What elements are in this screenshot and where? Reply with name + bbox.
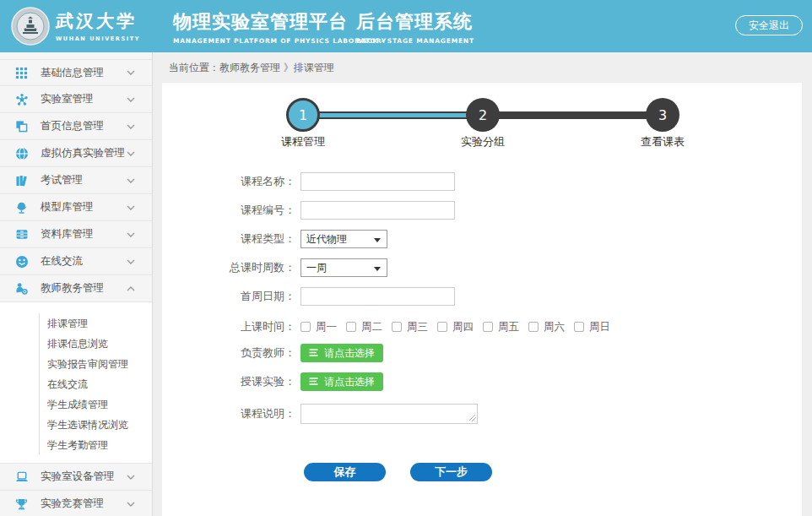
course-name-label: 课程名称：	[162, 174, 295, 189]
sidebar-item-homepage-info[interactable]: 首页信息管理	[0, 113, 152, 140]
laptop-icon	[14, 470, 29, 484]
sidebar-item-student-scores[interactable]: 学生成绩管理	[47, 394, 152, 415]
sidebar-item-basic-info[interactable]: 基础信息管理	[0, 59, 152, 86]
weekday-label: 周五	[498, 320, 519, 334]
sidebar-item-model-lib[interactable]: 模型库管理	[0, 194, 152, 221]
chevron-down-icon	[127, 259, 135, 264]
university-name-cn: 武汉大学	[55, 9, 142, 33]
sidebar-item-lab-mgmt[interactable]: 实验室管理	[0, 86, 152, 113]
sidebar-nav: 基础信息管理 实验室管理	[0, 52, 153, 516]
course-type-select[interactable]: 近代物理	[300, 230, 387, 248]
sidebar-item-lab-equipment[interactable]: 实验室设备管理	[0, 464, 152, 491]
weekday-checkbox-sat[interactable]	[528, 322, 539, 332]
class-time-label: 上课时间：	[162, 319, 295, 334]
sidebar-item-schedule-info[interactable]: 排课信息浏览	[47, 334, 152, 354]
course-description-textarea[interactable]	[300, 404, 478, 424]
form-row-course-type: 课程类型： 近代物理	[162, 230, 387, 248]
sidebar-item-report-review[interactable]: 实验报告审阅管理	[47, 354, 152, 374]
step-circle-2: 2	[466, 98, 500, 132]
experiment-label: 授课实验：	[162, 374, 295, 389]
sidebar-item-label: 首页信息管理	[41, 119, 104, 133]
sidebar-item-student-attendance[interactable]: 学生考勤管理	[47, 435, 152, 455]
weekday-label: 周三	[407, 320, 428, 334]
trophy-icon	[14, 497, 29, 511]
weekday-label: 周一	[316, 320, 337, 334]
form-row-teacher: 负责教师： 请点击选择	[162, 344, 383, 362]
sidebar-item-teacher-affairs[interactable]: 教师教务管理	[0, 275, 152, 302]
sidebar-item-virtual-sim[interactable]: 虚拟仿真实验管理	[0, 140, 152, 167]
form-row-course-name: 课程名称：	[162, 172, 455, 191]
logout-button[interactable]: 安全退出	[735, 15, 803, 35]
molecule-icon	[14, 92, 29, 106]
first-week-date-input[interactable]	[300, 287, 455, 306]
select-experiment-button[interactable]: 请点击选择	[300, 372, 383, 391]
teacher-icon	[14, 281, 29, 296]
course-type-label: 课程类型：	[162, 231, 295, 247]
chevron-down-icon	[127, 151, 135, 156]
system-title: 后台管理系统	[356, 9, 474, 35]
chevron-down-icon	[127, 475, 135, 480]
next-step-button[interactable]: 下一步	[410, 463, 492, 481]
course-name-input[interactable]	[300, 172, 455, 191]
step-circle-1: 1	[286, 98, 320, 132]
weekday-checkbox-wed[interactable]	[392, 322, 402, 332]
description-label: 课程说明：	[162, 406, 295, 421]
weekday-item: 周日	[574, 320, 610, 334]
sidebar-item-data-lib[interactable]: 资料库管理	[0, 221, 152, 248]
weekday-checkbox-sun[interactable]	[574, 322, 584, 332]
course-code-label: 课程编号：	[162, 203, 295, 218]
weeks-label: 总课时周数：	[162, 260, 295, 275]
university-name: 武汉大学 WUHAN UNIVERSITY	[56, 9, 140, 42]
weekday-item: 周五	[483, 320, 519, 334]
sidebar-item-label: 实验室管理	[41, 92, 94, 106]
sidebar-item-label: 实验竞赛管理	[41, 497, 104, 511]
resize-handle[interactable]	[469, 415, 476, 421]
chevron-down-icon	[127, 178, 135, 183]
weekday-label: 周二	[361, 320, 382, 334]
weekday-checkbox-thu[interactable]	[437, 322, 447, 332]
step-label-experiment-group: 实验分组	[432, 134, 533, 149]
sidebar-item-label: 虚拟仿真实验管理	[41, 146, 125, 160]
weekday-checkbox-fri[interactable]	[483, 322, 493, 332]
teacher-label: 负责教师：	[162, 345, 295, 361]
sidebar-item-exam-mgmt[interactable]: 考试管理	[0, 167, 152, 194]
archive-icon	[14, 227, 29, 242]
course-code-input[interactable]	[300, 201, 455, 220]
sidebar-item-label: 基础信息管理	[41, 66, 104, 80]
sidebar-item-online-chat[interactable]: 在线交流	[0, 248, 152, 275]
first-week-label: 首周日期：	[162, 289, 295, 304]
desk-globe-icon	[14, 200, 29, 215]
sidebar-item-online-chat-sub[interactable]: 在线交流	[47, 374, 152, 394]
step-label-course-mgmt: 课程管理	[252, 134, 354, 149]
weekday-item: 周一	[300, 320, 337, 334]
select-teacher-button[interactable]: 请点击选择	[300, 344, 383, 362]
weekday-checkbox-mon[interactable]	[300, 322, 311, 332]
main-content: 当前位置：教师教务管理 》排课管理 1 2 3 课程管理 实验分组 查看课表 课…	[153, 52, 812, 516]
sidebar-item-student-course-selection[interactable]: 学生选课情况浏览	[47, 415, 152, 435]
sidebar-item-schedule-mgmt[interactable]: 排课管理	[47, 313, 152, 334]
chevron-down-icon	[127, 205, 135, 210]
select-experiment-button-label: 请点击选择	[324, 375, 375, 389]
chevron-down-icon	[127, 232, 135, 237]
chevron-down-icon	[127, 70, 135, 75]
sidebar-item-label: 在线交流	[41, 254, 83, 269]
save-button[interactable]: 保存	[304, 463, 386, 481]
pages-icon	[14, 119, 29, 133]
weekday-checkbox-tue[interactable]	[346, 322, 356, 332]
weeks-select[interactable]: 一周	[300, 258, 387, 277]
sidebar-item-label: 考试管理	[41, 173, 83, 187]
weekday-item: 周三	[392, 320, 428, 334]
platform-title-block: 物理实验室管理平台 MANAGEMENT PLATFORM OF PHYSICS…	[173, 9, 387, 45]
list-icon	[309, 376, 318, 388]
sidebar-item-label: 教师教务管理	[41, 281, 104, 296]
form-row-description: 课程说明：	[162, 403, 478, 425]
step-circle-3: 3	[646, 98, 679, 132]
chevron-down-icon	[127, 124, 135, 129]
select-teacher-button-label: 请点击选择	[324, 346, 375, 361]
university-emblem-logo	[11, 7, 50, 49]
platform-subtitle: MANAGEMENT PLATFORM OF PHYSICS LABORATOR…	[173, 37, 387, 45]
list-icon	[309, 347, 318, 359]
system-title-block: 后台管理系统 BACK - STAGE MANAGEMENT	[356, 9, 474, 45]
sidebar-item-competition[interactable]: 实验竞赛管理	[0, 491, 152, 516]
app-root: 武汉大学 WUHAN UNIVERSITY 物理实验室管理平台 MANAGEME…	[0, 0, 812, 516]
